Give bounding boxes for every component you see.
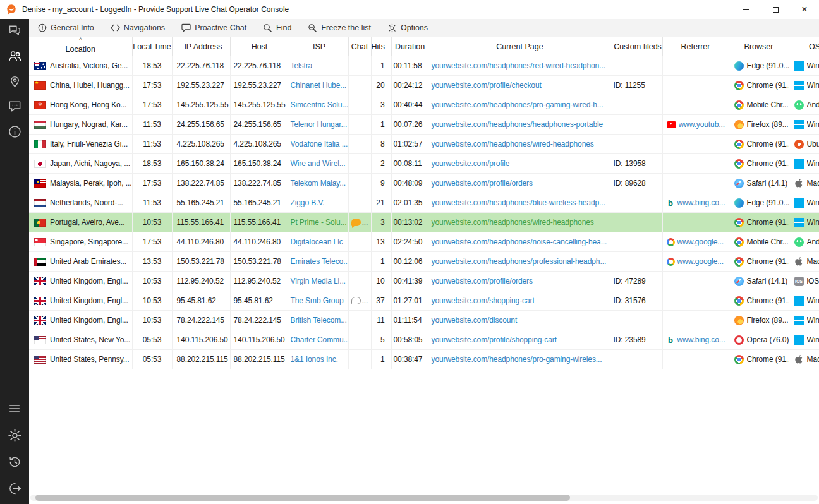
current-page-link[interactable]: yourwebsite.com/headphones/headphones-po… xyxy=(432,120,604,129)
sidebar-messages-button[interactable] xyxy=(0,95,29,120)
column-header-host[interactable]: Host xyxy=(230,37,286,56)
minimize-button[interactable] xyxy=(732,0,761,19)
current-page-link[interactable]: yourwebsite.com/headphones/wired-headpho… xyxy=(432,140,594,148)
column-header-browser[interactable]: Browser xyxy=(729,37,789,56)
column-header-ip-address[interactable]: IP Address xyxy=(172,37,230,56)
visitor-row[interactable]: Italy, Friuli-Venezia Gi...11:534.225.10… xyxy=(29,135,819,154)
column-header-chat[interactable]: Chat xyxy=(348,37,371,56)
current-page-link[interactable]: yourwebsite.com/profile/orders xyxy=(432,179,533,188)
current-page-link[interactable]: yourwebsite.com/headphones/blue-wireless… xyxy=(432,198,605,207)
isp-link[interactable]: Virgin Media Li... xyxy=(291,277,346,285)
os-name: Win xyxy=(807,120,819,129)
column-header-custom-fields[interactable]: Custom fileds xyxy=(609,37,662,56)
local-time-cell: 10:53 xyxy=(132,272,172,291)
referrer-link[interactable]: www.google... xyxy=(677,257,724,266)
horizontal-scrollbar[interactable] xyxy=(30,495,818,501)
proactive-chat-button[interactable]: Proactive Chat xyxy=(181,23,246,32)
current-page-link[interactable]: yourwebsite.com/profile/checkout xyxy=(432,81,542,90)
column-header-local-time[interactable]: Local Time xyxy=(132,37,172,56)
current-page-link[interactable]: yourwebsite.com/headphones/wired-headpho… xyxy=(432,218,594,227)
referrer-link[interactable]: www.google... xyxy=(677,237,724,246)
sidebar-settings-button[interactable] xyxy=(0,423,29,450)
isp-link[interactable]: Telekom Malay... xyxy=(291,179,346,188)
sidebar-location-button[interactable] xyxy=(0,69,29,95)
maximize-button[interactable] xyxy=(761,0,790,19)
visitor-row[interactable]: Malaysia, Perak, Ipoh, ...17:53138.222.7… xyxy=(29,174,819,193)
location-content: Singapore, Singapore... xyxy=(29,232,132,251)
column-header-current-page[interactable]: Current Page xyxy=(427,37,609,56)
win-os-icon xyxy=(794,81,804,90)
browser-cell: Firefox (89... xyxy=(729,115,789,135)
sidebar-info-button[interactable] xyxy=(0,120,29,145)
isp-link[interactable]: Vodafone Italia ... xyxy=(291,140,348,148)
visitor-row[interactable]: United Kingdom, Engl...10:5378.24.222.14… xyxy=(29,311,819,330)
isp-link[interactable]: Telenor Hungar... xyxy=(291,120,348,129)
column-header-isp[interactable]: ISP xyxy=(286,37,348,56)
isp-link[interactable]: Telstra xyxy=(291,61,313,70)
visitor-row[interactable]: United Kingdom, Engl...10:53112.95.240.5… xyxy=(29,272,819,291)
sidebar-logout-button[interactable] xyxy=(0,476,29,503)
duration-cell: 00:24:12 xyxy=(391,76,427,95)
referrer-link[interactable]: www.bing.co... xyxy=(677,198,725,207)
visitor-row[interactable]: China, Hubei, Huangg...17:53192.55.23.22… xyxy=(29,76,819,95)
visitor-row[interactable]: Japan, Aichi, Nagoya, ...18:53165.150.38… xyxy=(29,154,819,174)
os-cell: Win xyxy=(789,154,819,174)
sidebar-menu-button[interactable] xyxy=(0,397,29,423)
column-header-hits[interactable]: Hits xyxy=(371,37,391,56)
referrer-cell xyxy=(662,135,729,154)
column-header-referrer[interactable]: Referrer xyxy=(662,37,729,56)
isp-link[interactable]: Chinanet Hube... xyxy=(291,81,346,90)
visitor-row[interactable]: United States, New Yo...05:53140.115.206… xyxy=(29,330,819,350)
isp-link[interactable]: 1&1 Ionos Inc. xyxy=(291,355,338,364)
os-content: Ubu... xyxy=(789,135,819,153)
column-header-duration[interactable]: Duration xyxy=(391,37,427,56)
hits-cell: 1 xyxy=(371,115,391,135)
current-page-link[interactable]: yourwebsite.com/shopping-cart xyxy=(432,296,535,305)
current-page-link[interactable]: yourwebsite.com/headphones/pro-gaming-wi… xyxy=(432,100,604,109)
freeze-list-button[interactable]: Freeze the list xyxy=(308,23,371,33)
visitor-row[interactable]: United Arab Emirates...13:53150.53.221.7… xyxy=(29,252,819,272)
isp-link[interactable]: Pt Prime - Solu... xyxy=(291,218,347,227)
isp-link[interactable]: Ziggo B.V. xyxy=(291,198,325,207)
general-info-button[interactable]: General Info xyxy=(38,23,94,32)
column-header-location[interactable]: ^ Location xyxy=(29,37,132,56)
isp-link[interactable]: Wire and Wirel... xyxy=(291,159,346,168)
column-header-os[interactable]: OS xyxy=(789,37,819,56)
navigations-button[interactable]: Navigations xyxy=(111,23,165,32)
visitor-row[interactable]: Portugal, Aveiro, Ave...10:53115.55.166.… xyxy=(29,213,819,232)
close-button[interactable]: × xyxy=(790,0,819,19)
current-page-link[interactable]: yourwebsite.com/profile/orders xyxy=(432,277,533,285)
visitor-row[interactable]: Hong Kong, Hong Ko...17:53145.255.125.55… xyxy=(29,95,819,115)
isp-link[interactable]: Emirates Teleco... xyxy=(291,257,349,266)
isp-link[interactable]: Digitalocean Llc xyxy=(291,237,343,246)
find-button[interactable]: Find xyxy=(263,23,291,33)
sidebar-chats-button[interactable] xyxy=(0,19,29,44)
visitor-row[interactable]: Singapore, Singapore...17:5344.110.246.8… xyxy=(29,232,819,252)
current-page-link[interactable]: yourwebsite.com/profile xyxy=(432,159,510,168)
isp-link[interactable]: British Telecom... xyxy=(291,316,347,325)
current-page-link[interactable]: yourwebsite.com/headphones/professional-… xyxy=(432,257,607,266)
isp-link[interactable]: Simcentric Solu... xyxy=(291,100,349,109)
visitor-row[interactable]: United States, Pennsy...05:5388.202.215.… xyxy=(29,350,819,369)
sidebar-visitors-button[interactable] xyxy=(0,44,29,69)
current-page-link[interactable]: yourwebsite.com/headphones/red-wired-hea… xyxy=(432,61,605,70)
options-button[interactable]: Options xyxy=(387,23,428,33)
visitor-row[interactable]: Australia, Victoria, Ge...18:5322.225.76… xyxy=(29,56,819,76)
referrer-link[interactable]: www.bing.co... xyxy=(677,335,725,344)
isp-link[interactable]: The Smb Group xyxy=(291,296,344,305)
referrer-link[interactable]: www.youtub... xyxy=(679,120,725,129)
visitor-row[interactable]: United Kingdom, Engl...10:5395.45.81.629… xyxy=(29,291,819,311)
isp-link[interactable]: Charter Commu... xyxy=(291,335,349,344)
current-page-link[interactable]: yourwebsite.com/discount xyxy=(432,316,518,325)
sidebar-history-button[interactable] xyxy=(0,450,29,476)
current-page-link[interactable]: yourwebsite.com/headphones/pro-gaming-wi… xyxy=(432,355,602,364)
scrollbar-thumb[interactable] xyxy=(35,495,570,501)
chat-content xyxy=(349,193,371,212)
chrome-browser-icon xyxy=(734,140,744,149)
local-time-cell: 05:53 xyxy=(132,350,172,369)
current-page-link[interactable]: yourwebsite.com/profile/shopping-cart xyxy=(432,335,557,344)
visitor-row[interactable]: Netherlands, Noord-...11:5355.165.245.21… xyxy=(29,193,819,213)
current-page-link[interactable]: yourwebsite.com/headphones/noise-cancell… xyxy=(432,237,607,246)
opera-browser-icon xyxy=(734,335,744,345)
visitor-row[interactable]: Hungary, Nograd, Kar...11:5324.255.156.6… xyxy=(29,115,819,135)
